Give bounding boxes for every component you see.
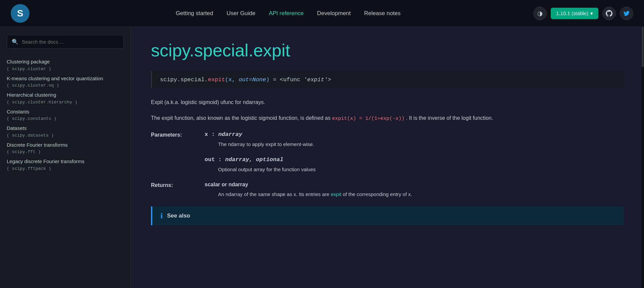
twitter-icon [624, 10, 630, 16]
param-x-name: x : ndarray [205, 131, 624, 138]
sidebar-item-datasets[interactable]: Datasets ( scipy.datasets ) [7, 125, 124, 138]
description-long: The expit function, also known as the lo… [151, 113, 624, 123]
theme-toggle-button[interactable]: ◑ [533, 7, 547, 20]
main-content: scipy.special.expit scipy.special.expit(… [131, 27, 644, 288]
sidebar-item-hierarchical[interactable]: Hierarchical clustering ( scipy.cluster.… [7, 91, 124, 105]
param-out-content: out : ndarray, optional Optional output … [205, 156, 624, 174]
scrollbar-thumb [642, 27, 644, 67]
search-box[interactable]: 🔍 [7, 35, 124, 49]
see-also-title: See also [167, 212, 190, 219]
nav-development[interactable]: Development [317, 10, 351, 17]
scrollbar[interactable] [641, 27, 644, 288]
description-short: Expit (a.k.a. logistic sigmoid) ufunc fo… [151, 98, 624, 107]
nav-api-reference[interactable]: API reference [269, 10, 304, 17]
theme-icon: ◑ [537, 10, 543, 17]
nav-getting-started[interactable]: Getting started [176, 10, 213, 17]
function-signature: scipy.special.expit(x, out=None) = <ufun… [151, 71, 624, 88]
returns-label: Returns: [151, 182, 205, 198]
returns-type: scalar or ndarray [205, 182, 624, 188]
expit-link[interactable]: expit [331, 191, 341, 197]
header: S Getting started User Guide API referen… [0, 0, 644, 27]
version-selector[interactable]: 1.10.1 (stable) ▾ [551, 8, 598, 19]
sig-prefix: scipy.special. [160, 77, 208, 83]
github-icon [606, 10, 612, 17]
returns-row: Returns: scalar or ndarray An ndarray of… [151, 182, 624, 198]
main-nav: Getting started User Guide API reference… [43, 10, 533, 17]
github-link[interactable] [602, 7, 616, 20]
search-icon: 🔍 [12, 39, 18, 45]
sidebar: 🔍 Clustering package ( scipy.cluster ) K… [0, 27, 131, 288]
info-icon: ℹ [160, 212, 163, 220]
param-out-desc: Optional output array for the function v… [205, 165, 624, 174]
layout: 🔍 Clustering package ( scipy.cluster ) K… [0, 27, 644, 288]
sig-params: (x, out=None) [225, 77, 270, 83]
sig-ufunc: = <ufunc 'expit'> [269, 77, 331, 83]
twitter-link[interactable] [620, 7, 633, 20]
param-out-spacer [151, 156, 205, 174]
parameters-label: Parameters: [151, 131, 205, 148]
sidebar-item-clustering-package[interactable]: Clustering package ( scipy.cluster ) [7, 58, 124, 71]
param-row-out: out : ndarray, optional Optional output … [151, 156, 624, 174]
parameters-section: Parameters: x : ndarray The ndarray to a… [151, 131, 624, 198]
sidebar-item-fftpack[interactable]: Legacy discrete Fourier transforms ( sci… [7, 158, 124, 171]
nav-release-notes[interactable]: Release notes [364, 10, 401, 17]
search-input[interactable] [22, 39, 119, 45]
returns-desc: An ndarray of the same shape as x. Its e… [205, 190, 624, 198]
chevron-down-icon: ▾ [590, 10, 593, 16]
see-also-box: ℹ See also [151, 206, 624, 225]
nav-user-guide[interactable]: User Guide [226, 10, 255, 17]
page-title: scipy.special.expit [151, 40, 624, 60]
param-out-name: out : ndarray, optional [205, 156, 624, 163]
param-x-content: x : ndarray The ndarray to apply expit t… [205, 131, 624, 148]
sidebar-item-constants[interactable]: Constants ( scipy.constants ) [7, 108, 124, 122]
logo[interactable]: S [11, 4, 30, 23]
header-right: ◑ 1.10.1 (stable) ▾ [533, 7, 633, 20]
sidebar-item-kmeans[interactable]: K-means clustering and vector quantizati… [7, 75, 124, 88]
sig-funcname: expit [208, 77, 225, 83]
sidebar-item-fft[interactable]: Discrete Fourier transforms ( scipy.fft … [7, 141, 124, 155]
param-x-desc: The ndarray to apply expit to element-wi… [205, 140, 624, 148]
returns-content: scalar or ndarray An ndarray of the same… [205, 182, 624, 198]
param-row-x: Parameters: x : ndarray The ndarray to a… [151, 131, 624, 148]
